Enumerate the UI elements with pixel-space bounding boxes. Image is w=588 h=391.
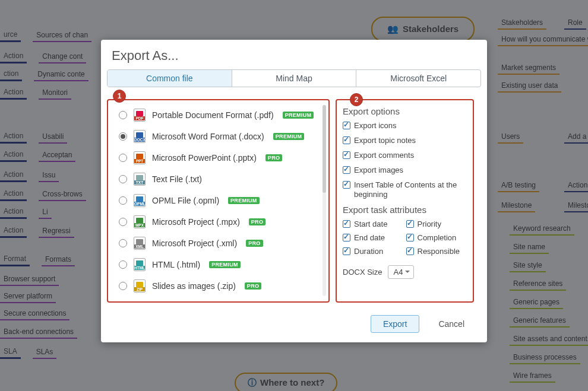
checkbox[interactable] [406, 247, 414, 255]
export-options-region: Export options Export iconsExport topic … [336, 99, 474, 303]
checkbox[interactable] [343, 151, 350, 159]
checkbox[interactable] [343, 136, 350, 144]
html-file-icon: HTML [134, 258, 146, 271]
export-modal: Export As... Common file Mind Map Micros… [101, 40, 487, 342]
task-attributes-title: Export task attributes [343, 205, 467, 215]
format-label: Slides as images (.zip) [152, 281, 236, 291]
mpx-file-icon: MPX [134, 215, 146, 228]
checkbox[interactable] [343, 122, 350, 129]
premium-badge: PREMIUM [209, 261, 241, 268]
option-row[interactable]: Export icons [343, 121, 467, 131]
premium-badge: PREMIUM [273, 133, 305, 140]
task-attr-row[interactable]: Priority [406, 220, 467, 230]
export-options-title: Export options [343, 106, 467, 116]
task-attr-label: Responsible [418, 247, 460, 257]
tab-group: Common file Mind Map Microsoft Excel [107, 69, 481, 87]
task-attr-row[interactable]: End date [343, 233, 404, 243]
format-label: Microsoft Word Format (.docx) [152, 132, 264, 141]
task-attr-row[interactable]: Duration [343, 247, 404, 257]
pdf-file-icon: PDF [134, 109, 146, 122]
option-row[interactable]: Export topic notes [343, 136, 467, 146]
docx-size-select[interactable]: A4 [388, 265, 414, 279]
option-label: Insert Table of Contents at the beginnin… [354, 180, 467, 201]
radio-xml[interactable] [119, 239, 127, 247]
modal-title: Export As... [101, 40, 487, 69]
option-row[interactable]: Export comments [343, 151, 467, 161]
checkbox[interactable] [343, 247, 350, 255]
checkbox[interactable] [406, 234, 414, 241]
format-list: PDFPortable Document Format (.pdf)PREMIU… [108, 100, 328, 301]
format-label: Microsoft PowerPoint (.pptx) [152, 153, 257, 163]
tab-common-file[interactable]: Common file [108, 70, 232, 87]
pptx-file-icon: PPT [134, 151, 146, 164]
format-option-pdf[interactable]: PDFPortable Document Format (.pdf)PREMIU… [119, 109, 325, 122]
pro-badge: PRO [249, 218, 265, 225]
export-button[interactable]: Export [371, 315, 419, 333]
format-list-region: PDFPortable Document Format (.pdf)PREMIU… [107, 99, 330, 303]
tab-microsoft-excel[interactable]: Microsoft Excel [356, 70, 480, 87]
format-option-pptx[interactable]: PPTMicrosoft PowerPoint (.pptx)PRO [119, 151, 325, 164]
radio-pdf[interactable] [119, 111, 127, 119]
task-attr-label: Duration [354, 247, 383, 257]
tab-mind-map[interactable]: Mind Map [232, 70, 356, 87]
format-option-opml[interactable]: OPMLOPML File (.opml)PREMIUM [119, 194, 325, 207]
task-attr-label: Completion [418, 233, 457, 243]
format-option-zip[interactable]: ZIPSlides as images (.zip)PRO [119, 279, 325, 293]
option-label: Export comments [354, 151, 414, 161]
option-label: Export topic notes [354, 136, 416, 146]
radio-docx[interactable] [119, 132, 127, 141]
scrollbar-thumb[interactable] [323, 105, 326, 193]
format-label: Portable Document Format (.pdf) [152, 110, 274, 120]
radio-zip[interactable] [119, 282, 127, 290]
cancel-button[interactable]: Cancel [426, 316, 476, 332]
task-attr-row[interactable]: Start date [343, 220, 404, 230]
opml-file-icon: OPML [134, 194, 146, 207]
task-attr-row[interactable]: Responsible [406, 247, 467, 257]
radio-pptx[interactable] [119, 154, 127, 162]
format-label: Text File (.txt) [152, 174, 202, 184]
format-label: OPML File (.opml) [152, 196, 219, 205]
format-option-txt[interactable]: TXTText File (.txt) [119, 173, 325, 186]
radio-txt[interactable] [119, 175, 127, 183]
radio-html[interactable] [119, 260, 127, 269]
task-attr-label: Priority [418, 220, 441, 230]
pro-badge: PRO [245, 282, 261, 290]
checkbox[interactable] [406, 220, 414, 228]
premium-badge: PREMIUM [283, 112, 314, 119]
format-scrollbar[interactable] [323, 105, 326, 296]
task-attr-label: End date [354, 233, 385, 243]
premium-badge: PREMIUM [228, 197, 260, 204]
pro-badge: PRO [265, 154, 282, 161]
radio-mpx[interactable] [119, 218, 127, 226]
checkbox[interactable] [343, 166, 350, 174]
option-row[interactable]: Insert Table of Contents at the beginnin… [343, 180, 467, 201]
option-label: Export images [354, 166, 403, 176]
option-row[interactable]: Export images [343, 166, 467, 176]
format-option-xml[interactable]: XMLMicrosoft Project (.xml)PRO [119, 237, 325, 250]
format-option-mpx[interactable]: MPXMicrosoft Project (.mpx)PRO [119, 215, 325, 228]
docx-file-icon: DOCX [134, 130, 146, 143]
format-option-docx[interactable]: DOCXMicrosoft Word Format (.docx)PREMIUM [119, 130, 325, 143]
format-label: Microsoft Project (.xml) [152, 239, 237, 248]
radio-opml[interactable] [119, 196, 127, 205]
checkbox[interactable] [343, 181, 350, 189]
checkbox[interactable] [343, 220, 350, 228]
txt-file-icon: TXT [134, 173, 146, 186]
format-label: Microsoft Project (.mpx) [152, 217, 240, 227]
xml-file-icon: XML [134, 237, 146, 250]
checkbox[interactable] [343, 234, 350, 241]
option-label: Export icons [354, 121, 397, 131]
pro-badge: PRO [246, 240, 263, 247]
format-label: HTML (.html) [152, 260, 200, 269]
docx-size-label: DOCX Size [343, 268, 382, 276]
format-option-html[interactable]: HTMLHTML (.html)PREMIUM [119, 258, 325, 271]
callout-1: 1 [113, 90, 126, 103]
task-attr-label: Start date [354, 220, 387, 230]
task-attr-row[interactable]: Completion [406, 233, 467, 243]
zip-file-icon: ZIP [134, 279, 146, 293]
callout-2: 2 [350, 93, 363, 106]
